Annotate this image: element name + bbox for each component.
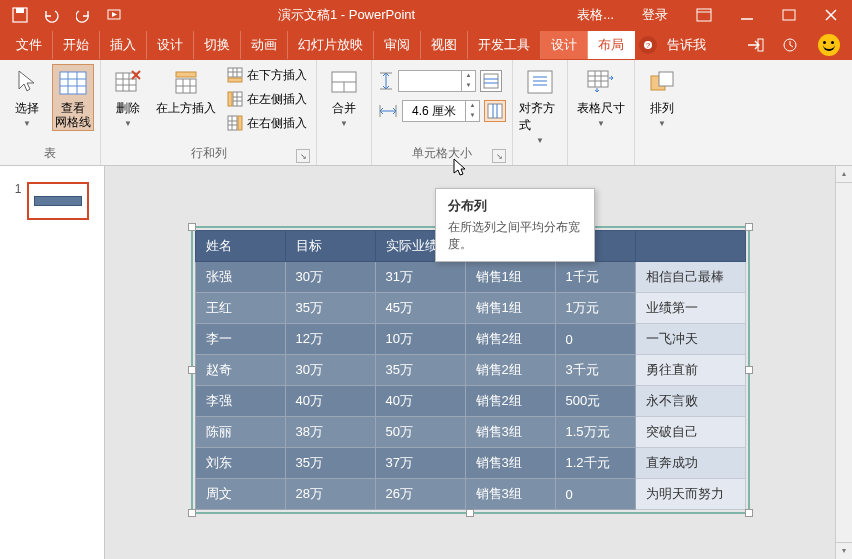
table-cell[interactable]: 0 (555, 479, 635, 510)
table-cell[interactable]: 一飞冲天 (635, 324, 745, 355)
table-header[interactable] (635, 231, 745, 262)
table-cell[interactable]: 销售3组 (465, 448, 555, 479)
delete-button[interactable]: 删除 ▼ (107, 64, 149, 128)
vertical-scrollbar[interactable]: ▴ ▾ (835, 166, 852, 559)
insert-left-button[interactable]: 在左侧插入 (223, 88, 310, 110)
scroll-down-button[interactable]: ▾ (836, 542, 852, 559)
table-cell[interactable]: 35万 (285, 293, 375, 324)
table-row[interactable]: 张强30万31万销售1组1千元相信自己最棒 (195, 262, 745, 293)
table-size-button[interactable]: 表格尺寸 ▼ (574, 64, 628, 128)
table-cell[interactable]: 永不言败 (635, 386, 745, 417)
table-cell[interactable]: 50万 (375, 417, 465, 448)
view-gridlines-button[interactable]: 查看 网格线 (52, 64, 94, 131)
table-row[interactable]: 李一12万10万销售2组0一飞冲天 (195, 324, 745, 355)
login-button[interactable]: 登录 (628, 0, 682, 30)
distribute-columns-button[interactable] (484, 100, 506, 122)
table-cell[interactable]: 为明天而努力 (635, 479, 745, 510)
table-cell[interactable]: 1万元 (555, 293, 635, 324)
rows-cols-launcher[interactable]: ↘ (296, 149, 310, 163)
row-height-input[interactable] (399, 71, 461, 91)
table-cell[interactable]: 1千元 (555, 262, 635, 293)
table-row[interactable]: 陈丽38万50万销售3组1.5万元突破自己 (195, 417, 745, 448)
spinner-up[interactable]: ▲ (462, 71, 475, 81)
help-icon[interactable]: ? (639, 36, 657, 54)
table-cell[interactable]: 35万 (375, 355, 465, 386)
row-height-spinner[interactable]: ▲▼ (398, 70, 476, 92)
table-header[interactable]: 目标 (285, 231, 375, 262)
table-cell[interactable]: 31万 (375, 262, 465, 293)
start-from-beginning-button[interactable] (102, 3, 130, 27)
slide-thumbnail[interactable]: 1 (15, 182, 90, 220)
distribute-rows-button[interactable] (480, 70, 502, 92)
table-row[interactable]: 赵奇30万35万销售2组3千元勇往直前 (195, 355, 745, 386)
spinner-down[interactable]: ▼ (466, 111, 479, 121)
select-button[interactable]: 选择 ▼ (6, 64, 48, 128)
insert-below-button[interactable]: 在下方插入 (223, 64, 310, 86)
table-cell[interactable]: 赵奇 (195, 355, 285, 386)
table-header[interactable]: 姓名 (195, 231, 285, 262)
table-cell[interactable]: 勇往直前 (635, 355, 745, 386)
table-cell[interactable]: 销售3组 (465, 479, 555, 510)
spinner-up[interactable]: ▲ (466, 101, 479, 111)
table-cell[interactable]: 38万 (285, 417, 375, 448)
col-width-spinner[interactable]: ▲▼ (402, 100, 480, 122)
table-cell[interactable]: 相信自己最棒 (635, 262, 745, 293)
spinner-down[interactable]: ▼ (462, 81, 475, 91)
arrange-button[interactable]: 排列 ▼ (641, 64, 683, 128)
data-table[interactable]: 姓名 目标 实际业绩 所属小组 张强30万31万销售1组1千元相信自己最棒王红3… (195, 230, 746, 510)
tab-file[interactable]: 文件 (6, 31, 53, 59)
tab-developer[interactable]: 开发工具 (468, 31, 541, 59)
table-cell[interactable]: 35万 (285, 448, 375, 479)
table-row[interactable]: 周文28万26万销售3组0为明天而努力 (195, 479, 745, 510)
table-cell[interactable]: 1.2千元 (555, 448, 635, 479)
tab-table-layout[interactable]: 布局 (588, 31, 635, 59)
table-row[interactable]: 王红35万45万销售1组1万元业绩第一 (195, 293, 745, 324)
table-cell[interactable]: 销售2组 (465, 355, 555, 386)
minimize-button[interactable] (726, 0, 768, 30)
col-width-input[interactable] (403, 101, 465, 121)
table-selection[interactable]: 姓名 目标 实际业绩 所属小组 张强30万31万销售1组1千元相信自己最棒王红3… (191, 226, 750, 514)
table-cell[interactable]: 28万 (285, 479, 375, 510)
ribbon-display-options[interactable] (682, 0, 726, 30)
table-cell[interactable]: 李强 (195, 386, 285, 417)
table-cell[interactable]: 40万 (375, 386, 465, 417)
table-cell[interactable]: 37万 (375, 448, 465, 479)
merge-button[interactable]: 合并 ▼ (323, 64, 365, 128)
insert-right-button[interactable]: 在右侧插入 (223, 112, 310, 134)
history-icon[interactable] (782, 37, 808, 53)
table-row[interactable]: 李强40万40万销售2组500元永不言败 (195, 386, 745, 417)
alignment-button[interactable]: 对齐方式 ▼ (519, 64, 561, 145)
cell-size-launcher[interactable]: ↘ (492, 149, 506, 163)
maximize-button[interactable] (768, 0, 810, 30)
table-cell[interactable]: 销售2组 (465, 324, 555, 355)
insert-above-button[interactable]: 在上方插入 (153, 64, 219, 117)
undo-button[interactable] (38, 3, 66, 27)
scroll-up-button[interactable]: ▴ (836, 166, 852, 183)
table-cell[interactable]: 销售2组 (465, 386, 555, 417)
table-cell[interactable]: 45万 (375, 293, 465, 324)
table-cell[interactable]: 12万 (285, 324, 375, 355)
tab-design[interactable]: 设计 (147, 31, 194, 59)
share-icon[interactable] (746, 37, 772, 53)
table-cell[interactable]: 直奔成功 (635, 448, 745, 479)
table-cell[interactable]: 销售1组 (465, 262, 555, 293)
close-button[interactable] (810, 0, 852, 30)
feedback-icon[interactable] (818, 34, 840, 56)
table-cell[interactable]: 10万 (375, 324, 465, 355)
table-cell[interactable]: 销售3组 (465, 417, 555, 448)
table-cell[interactable]: 30万 (285, 262, 375, 293)
save-button[interactable] (6, 3, 34, 27)
table-cell[interactable]: 突破自己 (635, 417, 745, 448)
table-row[interactable]: 刘东35万37万销售3组1.2千元直奔成功 (195, 448, 745, 479)
table-cell[interactable]: 3千元 (555, 355, 635, 386)
table-cell[interactable]: 业绩第一 (635, 293, 745, 324)
redo-button[interactable] (70, 3, 98, 27)
table-cell[interactable]: 王红 (195, 293, 285, 324)
table-cell[interactable]: 销售1组 (465, 293, 555, 324)
tab-view[interactable]: 视图 (421, 31, 468, 59)
table-cell[interactable]: 陈丽 (195, 417, 285, 448)
tab-home[interactable]: 开始 (53, 31, 100, 59)
table-cell[interactable]: 30万 (285, 355, 375, 386)
table-cell[interactable]: 李一 (195, 324, 285, 355)
tell-me[interactable]: 告诉我 (657, 31, 716, 59)
